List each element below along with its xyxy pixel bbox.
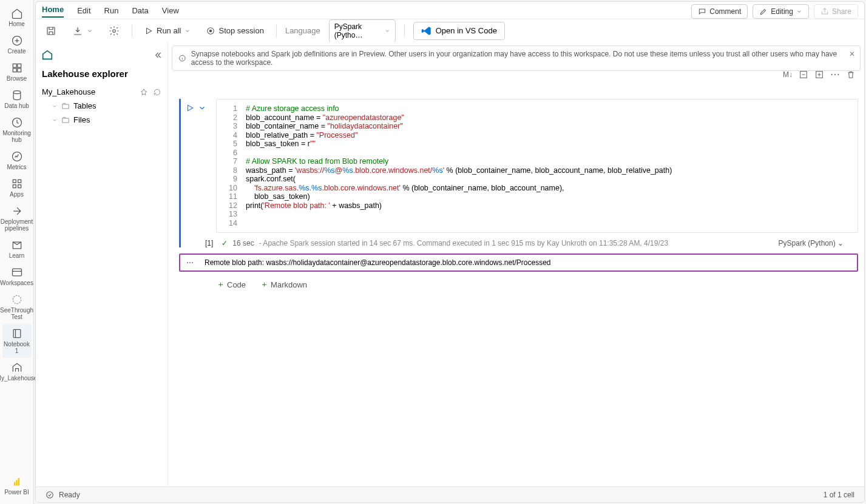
svg-rect-11 [18,185,21,188]
explorer-title: Lakehouse explorer [41,69,163,79]
cell-count: 1 of 1 cell [824,491,854,499]
cell-language[interactable]: PySpark (Python) ⌄ [779,239,844,247]
svg-rect-1 [13,64,16,67]
open-vscode-button[interactable]: Open in VS Code [413,22,505,40]
svg-rect-18 [47,27,55,35]
info-icon [178,54,186,62]
save-icon[interactable] [42,23,60,39]
output-menu-icon[interactable]: ⋯ [186,258,194,267]
stop-session-button[interactable]: Stop session [203,24,267,38]
code-cell: 1# Azure storage access info2blob_accoun… [179,99,858,247]
svg-point-5 [13,91,21,94]
cell-output: ⋯ Remote blob path: wasbs://holidaydatac… [179,254,858,272]
settings-icon[interactable] [105,23,123,39]
lakehouse-explorer: Lakehouse explorer My_Lakehouse Tables F… [36,42,168,486]
editing-button[interactable]: Editing [753,4,809,19]
top-actions: Comment Editing Share [691,4,858,19]
close-banner-icon[interactable]: ✕ [849,50,855,58]
refresh-icon[interactable] [153,88,161,96]
rail-seethrough[interactable]: SeeThrough Test [2,290,32,324]
execution-status: [1] ✓ 16 sec - Apache Spark session star… [205,239,858,247]
cell-more-icon[interactable]: ⋯ [830,69,840,80]
delete-cell-icon[interactable] [846,70,856,79]
share-button: Share [814,4,858,19]
rail-monitoring[interactable]: Monitoring hub [2,113,32,147]
menu-run[interactable]: Run [104,4,119,18]
lakehouse-row[interactable]: My_Lakehouse [41,85,163,99]
cell-menu-icon[interactable] [198,104,206,112]
tree-tables[interactable]: Tables [41,99,163,113]
svg-point-26 [47,491,53,498]
rail-deployment[interactable]: Deployment pipelines [2,201,32,235]
rail-home[interactable]: Home [2,4,32,31]
status-ok-icon [46,491,54,499]
svg-rect-8 [13,180,16,183]
cell-collapse-icon[interactable] [799,70,808,79]
language-select[interactable]: PySpark (Pytho… [329,19,396,42]
svg-rect-15 [14,482,16,486]
code-editor[interactable]: 1# Azure storage access info2blob_accoun… [216,99,858,233]
rail-datahub[interactable]: Data hub [2,86,32,113]
pin-icon[interactable] [140,88,148,96]
svg-point-21 [210,30,212,32]
rail-apps[interactable]: Apps [2,174,32,201]
svg-point-13 [13,295,21,303]
lakehouse-icon [41,49,54,62]
rail-create[interactable]: Create [2,31,32,58]
svg-rect-22 [43,59,52,60]
add-cell-row: ＋Code ＋Markdown [217,279,864,290]
svg-rect-2 [17,64,21,67]
svg-rect-3 [13,69,16,72]
collapse-explorer-icon[interactable] [153,50,163,60]
svg-rect-4 [17,69,21,72]
run-cell-icon[interactable] [186,104,194,112]
cell-toolbar: M↓ ⋯ [783,69,856,80]
preview-banner: Synapse notebooks and Spark job definiti… [172,45,861,71]
svg-rect-16 [16,480,18,486]
svg-rect-10 [13,185,16,188]
svg-rect-9 [18,180,21,183]
svg-rect-12 [12,269,21,276]
run-all-button[interactable]: Run all [141,24,194,38]
cell-expand-icon[interactable] [814,70,824,79]
rail-mylakehouse[interactable]: My_Lakehouse [2,358,32,385]
main-area: Home Edit Run Data View Comment Editing … [35,1,865,503]
language-label: Language [285,26,320,35]
markdown-toggle[interactable]: M↓ [783,70,793,79]
rail-metrics[interactable]: Metrics [2,147,32,174]
svg-rect-17 [18,478,19,486]
toolbar: Run all Stop session Language PySpark (P… [36,19,864,42]
svg-point-19 [113,29,116,32]
add-code-button[interactable]: ＋Code [217,279,246,290]
notebook-area: Synapse notebooks and Spark job definiti… [168,42,864,486]
download-icon[interactable] [69,23,96,39]
menu-data[interactable]: Data [132,4,148,18]
left-nav-rail: Home Create Browse Data hub Monitoring h… [0,0,34,504]
rail-learn[interactable]: Learn [2,235,32,263]
status-bar: Ready 1 of 1 cell [36,486,864,502]
rail-workspaces[interactable]: Workspaces [2,263,32,290]
comment-button[interactable]: Comment [691,4,748,19]
rail-notebook[interactable]: Notebook 1 [2,324,32,358]
menu-home[interactable]: Home [42,2,64,18]
rail-browse[interactable]: Browse [2,58,32,86]
svg-rect-14 [13,329,21,337]
menu-view[interactable]: View [162,4,179,18]
tree-files[interactable]: Files [41,113,163,127]
menu-edit[interactable]: Edit [77,4,90,18]
add-markdown-button[interactable]: ＋Markdown [260,279,307,290]
rail-powerbi[interactable]: Power BI [2,472,32,499]
